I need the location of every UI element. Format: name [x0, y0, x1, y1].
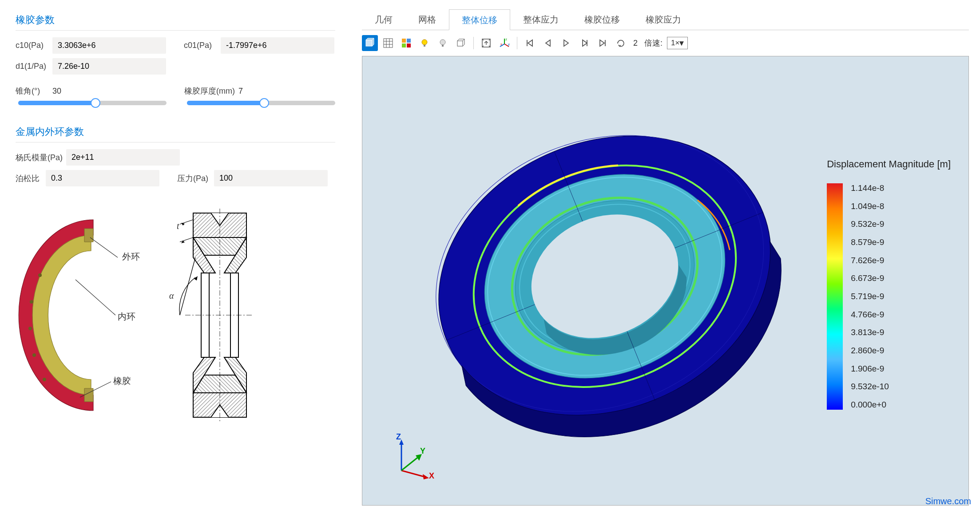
light-bulb-on-button[interactable] [417, 35, 432, 51]
speed-label: 倍速: [644, 38, 663, 48]
loop-button[interactable] [613, 35, 629, 51]
schematic-diagram: 外环 内环 橡胶 [16, 204, 335, 426]
tab-rubber-stress[interactable]: 橡胶应力 [633, 9, 694, 30]
view-cube-button[interactable] [362, 35, 378, 51]
tab-rubber-displacement[interactable]: 橡胶位移 [571, 9, 633, 30]
c10-label: c10(Pa) [16, 41, 49, 50]
svg-line-5 [90, 237, 118, 257]
dropdown-icon: ▼ [678, 39, 686, 48]
pressure-input[interactable] [214, 170, 328, 186]
prev-frame-button[interactable] [540, 35, 556, 51]
axis-orientation-button[interactable]: zyx [496, 35, 512, 51]
young-modulus-input[interactable] [66, 149, 180, 166]
svg-point-3 [32, 353, 36, 357]
axis-z-label: Z [396, 432, 401, 442]
rubber-callout-label: 橡胶 [113, 375, 131, 387]
svg-rect-33 [457, 41, 463, 46]
speed-select[interactable]: 1× ▼ [667, 37, 688, 49]
svg-rect-28 [407, 43, 411, 47]
svg-point-2 [28, 327, 32, 330]
pressure-label: 压力(Pa) [177, 173, 210, 184]
svg-rect-19 [366, 40, 372, 46]
first-frame-button[interactable] [522, 35, 538, 51]
metal-section-title: 金属内外环参数 [16, 125, 335, 142]
outer-ring-label: 外环 [122, 251, 140, 263]
svg-text:y: y [508, 42, 510, 46]
legend-color-bar [827, 183, 843, 410]
result-tabs: 几何 网格 整体位移 整体应力 橡胶位移 橡胶应力 [362, 9, 969, 30]
palette-button[interactable] [398, 35, 414, 51]
d1-label: d1(1/Pa) [16, 62, 49, 71]
legend-title: Displacement Magnitude [m] [827, 158, 951, 170]
svg-line-18 [180, 237, 193, 242]
axis-triad: Z Y X [388, 435, 437, 485]
rubber-thickness-value: 7 [238, 87, 243, 96]
svg-point-29 [422, 40, 427, 45]
watermark: Simwe.com [925, 496, 971, 506]
grid-toggle-button[interactable] [380, 35, 396, 51]
3d-viewport[interactable]: Z Y X Displacement Magnitude [m] 1.144e-… [362, 56, 969, 506]
rubber-thickness-label: 橡胶厚度(mm) [184, 86, 235, 96]
rubber-section-title: 橡胶参数 [16, 13, 335, 31]
tab-geometry[interactable]: 几何 [362, 9, 405, 30]
legend-tick: 1.144e-8 [851, 183, 889, 193]
tab-global-stress[interactable]: 整体应力 [510, 9, 571, 30]
svg-point-0 [38, 273, 42, 277]
parameters-panel: 橡胶参数 c10(Pa) c01(Pa) d1(1/Pa) 锥角(°) 30 [0, 0, 351, 510]
legend-tick: 3.813e-9 [851, 328, 889, 337]
cone-angle-slider[interactable] [18, 101, 167, 105]
svg-line-55 [401, 470, 426, 477]
legend-tick: 1.906e-9 [851, 364, 889, 374]
tab-global-displacement[interactable]: 整体位移 [449, 9, 510, 30]
alpha-label: α [169, 291, 174, 301]
svg-text:z: z [505, 38, 507, 41]
legend-tick: 6.673e-9 [851, 273, 889, 283]
cone-angle-value: 30 [52, 87, 61, 96]
svg-rect-26 [407, 39, 411, 43]
inner-ring-label: 内环 [118, 311, 135, 323]
wireframe-cube-button[interactable] [453, 35, 469, 51]
t-label: t [177, 221, 179, 231]
svg-rect-27 [402, 43, 406, 47]
legend-tick: 2.860e-9 [851, 346, 889, 356]
cone-angle-label: 锥角(°) [16, 86, 49, 96]
results-panel: 几何 网格 整体位移 整体应力 橡胶位移 橡胶应力 [351, 0, 980, 510]
legend-tick: 1.049e-8 [851, 202, 889, 211]
svg-rect-20 [384, 39, 393, 47]
next-frame-button[interactable] [576, 35, 592, 51]
light-bulb-off-button[interactable] [435, 35, 451, 51]
svg-point-1 [30, 300, 33, 304]
c01-label: c01(Pa) [184, 41, 217, 50]
viewport-toolbar: zyx 2 倍速: 1× [362, 30, 969, 56]
c10-input[interactable] [52, 37, 166, 54]
legend-tick: 9.532e-10 [851, 382, 889, 391]
young-modulus-label: 杨氏模量(Pa) [16, 152, 63, 163]
tab-mesh[interactable]: 网格 [405, 9, 449, 30]
legend-tick: 8.579e-9 [851, 237, 889, 247]
frame-number: 2 [633, 39, 638, 48]
svg-rect-30 [424, 45, 425, 47]
svg-text:x: x [500, 42, 502, 46]
legend-tick: 9.532e-9 [851, 219, 889, 229]
rubber-thickness-slider[interactable] [187, 101, 335, 105]
axis-x-label: X [429, 471, 434, 481]
svg-line-16 [180, 257, 195, 315]
axis-y-label: Y [420, 447, 425, 456]
last-frame-button[interactable] [595, 35, 611, 51]
poisson-label: 泊松比 [16, 173, 42, 184]
legend-tick: 7.626e-9 [851, 256, 889, 265]
svg-point-31 [440, 40, 445, 45]
svg-rect-25 [402, 39, 406, 43]
legend-tick: 5.719e-9 [851, 292, 889, 301]
svg-point-4 [43, 378, 46, 381]
legend-tick: 4.766e-9 [851, 310, 889, 320]
fit-view-button[interactable] [478, 35, 494, 51]
svg-line-56 [401, 456, 419, 470]
svg-rect-32 [442, 45, 444, 47]
play-button[interactable] [558, 35, 574, 51]
poisson-input[interactable] [46, 170, 159, 186]
d1-input[interactable] [52, 58, 166, 75]
legend-tick: 0.000e+0 [851, 400, 889, 410]
c01-input[interactable] [221, 37, 334, 54]
color-legend: Displacement Magnitude [m] 1.144e-8 1.04… [827, 158, 951, 410]
